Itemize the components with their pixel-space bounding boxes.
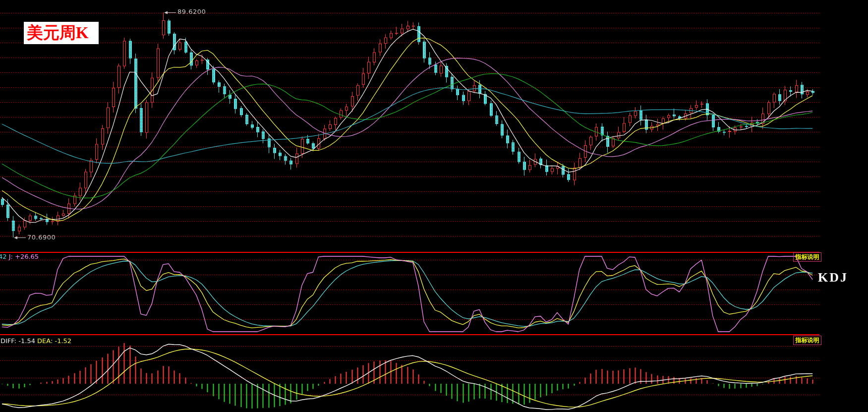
kdj-j-value: J: +26.65 xyxy=(9,253,39,260)
kdj-panel[interactable] xyxy=(0,253,819,334)
low-price-annotation: 70.6900 xyxy=(27,234,56,241)
macd-panel[interactable] xyxy=(0,335,819,412)
instrument-title-box: 美元周K xyxy=(24,22,99,44)
kdj-d-value-fragment: 42 xyxy=(0,253,7,260)
kdj-header: 42 J: +26.65 xyxy=(0,253,39,260)
macd-indicator-help-button[interactable]: 指标说明 xyxy=(793,336,821,345)
high-price-annotation: 89.6200 xyxy=(177,8,206,15)
macd-dea-value: DEA: -1.52 xyxy=(37,337,71,345)
macd-header: DIFF: -1.54 DEA: -1.52 xyxy=(0,337,71,345)
instrument-title: 美元周K xyxy=(24,22,99,44)
macd-diff-value: DIFF: -1.54 xyxy=(0,337,35,345)
price-panel[interactable] xyxy=(0,0,819,252)
kdj-indicator-help-button[interactable]: 指标说明 xyxy=(793,252,821,262)
chart-application-window: 美元周K 89.6200 70.6900 42 J: +26.65 指标说明 K… xyxy=(0,0,868,412)
kdj-panel-label: KDJ xyxy=(818,270,848,285)
